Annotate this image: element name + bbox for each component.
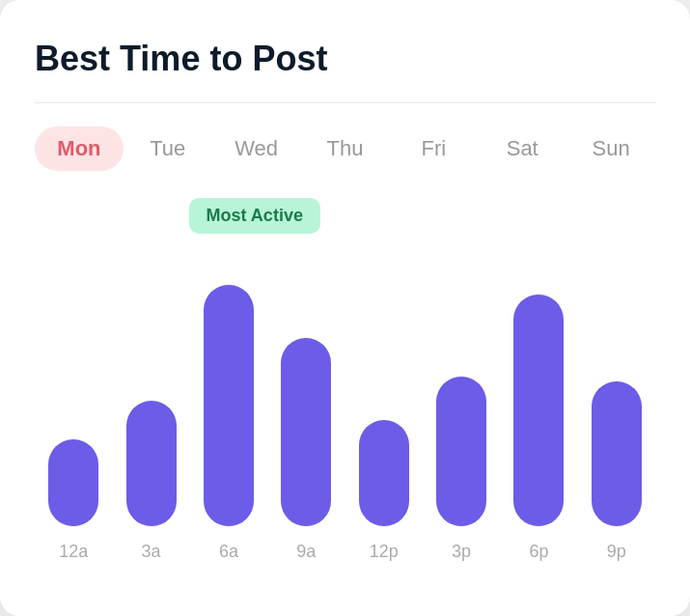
bar-wrapper-6a — [190, 256, 267, 526]
bar-wrapper-9a — [267, 256, 345, 526]
time-label-12a: 12a — [35, 542, 112, 562]
bar-wrapper-3a — [112, 256, 189, 526]
time-label-9a: 9a — [267, 542, 345, 562]
bar-wrapper-3p — [423, 256, 500, 526]
bar-3a[interactable] — [126, 401, 177, 526]
time-label-3a: 3a — [112, 542, 189, 562]
best-time-card: Best Time to Post MonTueWedThuFriSatSun … — [0, 0, 690, 616]
time-label-9p: 9p — [578, 542, 655, 562]
day-item-sat[interactable]: Sat — [478, 126, 566, 171]
bar-12p[interactable] — [359, 420, 409, 526]
bar-3p[interactable] — [436, 377, 486, 526]
days-row: MonTueWedThuFriSatSun — [35, 126, 655, 171]
bar-6a[interactable] — [204, 285, 254, 526]
time-label-12p: 12p — [345, 542, 423, 562]
day-item-wed[interactable]: Wed — [212, 126, 301, 171]
time-labels: 12a3a6a9a12p3p6p9p — [35, 542, 655, 562]
day-item-thu[interactable]: Thu — [301, 126, 390, 171]
time-label-6a: 6a — [190, 542, 267, 562]
divider — [35, 102, 655, 103]
day-item-sun[interactable]: Sun — [566, 126, 655, 171]
most-active-label: Most Active — [189, 198, 320, 234]
day-item-tue[interactable]: Tue — [124, 126, 212, 171]
chart-area: Most Active 12a3a6a9a12p3p6p9p — [35, 198, 655, 562]
bar-wrapper-9p — [578, 256, 655, 526]
bars-container — [35, 256, 655, 526]
bar-9p[interactable] — [592, 381, 642, 526]
bar-12a[interactable] — [48, 439, 98, 526]
time-label-6p: 6p — [500, 542, 577, 562]
time-label-3p: 3p — [423, 542, 500, 562]
page-title: Best Time to Post — [35, 39, 655, 79]
bar-9a[interactable] — [281, 338, 331, 526]
bar-wrapper-6p — [500, 256, 577, 526]
bar-wrapper-12p — [345, 256, 423, 526]
bar-6p[interactable] — [513, 294, 564, 526]
day-item-mon[interactable]: Mon — [35, 126, 124, 171]
bar-wrapper-12a — [35, 256, 112, 526]
day-item-fri[interactable]: Fri — [389, 126, 478, 171]
